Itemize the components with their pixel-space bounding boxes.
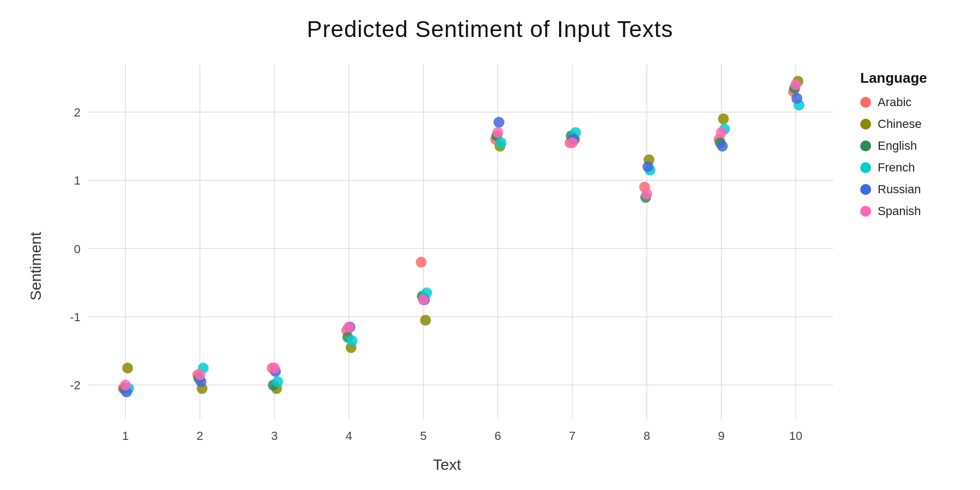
data-point	[272, 376, 283, 387]
svg-text:7: 7	[569, 429, 575, 443]
svg-text:3: 3	[271, 429, 278, 443]
legend-dot	[860, 119, 871, 130]
svg-text:2: 2	[197, 429, 203, 443]
data-point	[641, 188, 652, 199]
legend-label: French	[878, 161, 915, 175]
legend-dot	[860, 162, 871, 173]
svg-text:1: 1	[74, 174, 81, 187]
legend: Language Arabic Chinese English French R…	[849, 53, 969, 479]
legend-item: Arabic	[860, 95, 964, 109]
svg-text:0: 0	[74, 242, 81, 256]
svg-text:-2: -2	[70, 378, 81, 392]
plot-area: 12345678910-2-1012	[45, 53, 849, 452]
svg-text:-1: -1	[70, 310, 81, 324]
data-point	[717, 140, 728, 151]
legend-item: French	[860, 161, 964, 175]
legend-item: Chinese	[860, 117, 964, 131]
legend-label: Arabic	[878, 95, 911, 109]
legend-label: Spanish	[878, 204, 921, 218]
svg-text:10: 10	[789, 429, 802, 443]
legend-item: Spanish	[860, 204, 964, 218]
legend-items: Arabic Chinese English French Russian Sp…	[860, 95, 964, 226]
data-point	[493, 117, 504, 128]
legend-label: Russian	[878, 182, 921, 197]
svg-text:4: 4	[346, 429, 352, 443]
data-point	[642, 161, 653, 172]
chart-title: Predicted Sentiment of Input Texts	[307, 16, 673, 42]
legend-title: Language	[860, 70, 964, 87]
plot-area-wrapper: 12345678910-2-1012 Text	[45, 53, 849, 479]
data-point	[791, 79, 801, 90]
data-point	[347, 335, 358, 346]
svg-text:5: 5	[420, 429, 426, 443]
legend-label: English	[878, 139, 917, 153]
chart-container: Predicted Sentiment of Input Texts Senti…	[0, 0, 980, 490]
legend-dot	[860, 184, 871, 195]
data-point	[194, 370, 205, 381]
svg-text:9: 9	[718, 429, 725, 443]
svg-text:1: 1	[122, 429, 128, 443]
svg-text:6: 6	[494, 429, 501, 443]
data-point	[120, 379, 131, 390]
svg-text:2: 2	[74, 106, 81, 119]
legend-item: Russian	[860, 182, 964, 197]
x-axis-label: Text	[45, 452, 849, 479]
scatter-plot: 12345678910-2-1012	[45, 53, 849, 452]
data-point	[567, 137, 578, 148]
data-point	[718, 113, 729, 124]
data-point	[420, 315, 431, 326]
data-point	[122, 363, 133, 373]
svg-text:8: 8	[644, 429, 650, 443]
legend-dot	[860, 140, 871, 151]
data-point	[792, 93, 803, 104]
legend-dot	[860, 97, 871, 108]
data-point	[269, 363, 280, 373]
data-point	[495, 137, 506, 148]
legend-dot	[860, 206, 871, 217]
chart-body: Sentiment 12345678910-2-1012 Text Langua…	[11, 53, 969, 479]
data-point	[492, 127, 503, 138]
data-point	[418, 295, 429, 305]
y-axis-label: Sentiment	[22, 53, 45, 479]
data-point	[416, 257, 427, 268]
data-point	[716, 127, 727, 138]
data-point	[344, 322, 354, 333]
legend-label: Chinese	[878, 117, 922, 131]
legend-item: English	[860, 139, 964, 153]
